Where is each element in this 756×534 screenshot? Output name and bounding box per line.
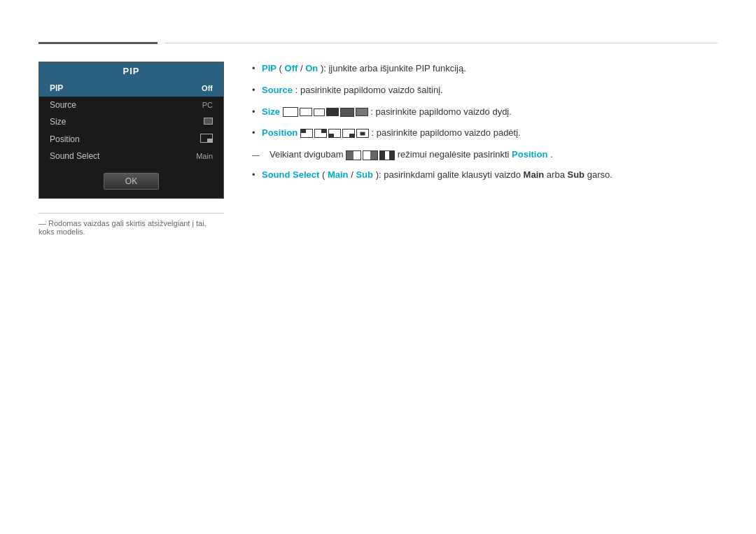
divider-line [164, 43, 718, 43]
desc-size: Size : pasirinkite papildomo vaizdo dydį… [252, 105, 718, 120]
ok-button[interactable]: OK [104, 173, 159, 190]
source-label: Source [262, 85, 293, 95]
main-content: PIP PIP Off Source PC Size [38, 62, 718, 236]
desc-position-note: Veikiant dvigubam režimui negalėsite pas… [252, 148, 718, 162]
sound-item-value: Main [196, 152, 213, 160]
position-note-mid: režimui negalėsite pasirinkti [398, 149, 512, 160]
sound-main-bold: Main [524, 169, 545, 180]
bottom-note-text: ― Rodomas vaizdas gali skirtis atsižvelg… [38, 219, 206, 236]
size-label: Size [262, 106, 280, 117]
description-area: PIP ( Off / On ): įjunkite arba išjunkit… [252, 62, 718, 236]
pip-off: Off [285, 63, 298, 73]
desc-position: Position : pasirinkite papildomo vaizdo … [252, 126, 718, 141]
position-note-prefix: Veikiant dvigubam [270, 149, 346, 160]
pip-menu-item-size[interactable]: Size [39, 113, 223, 130]
pip-section: PIP PIP Off Source PC Size [38, 62, 224, 236]
size-icon-6 [356, 108, 368, 116]
size-icon-1 [283, 107, 298, 117]
pos-icon-bl [328, 129, 341, 138]
divider-accent [38, 42, 158, 44]
desc-sound: Sound Select ( Main / Sub ): pasirinkdam… [252, 168, 718, 183]
desc-pip: PIP ( Off / On ): įjunkite arba išjunkit… [252, 62, 718, 76]
size-item-value [204, 118, 213, 126]
source-text: : pasirinkite papildomo vaizdo šaltinį. [295, 85, 443, 95]
sound-item-label: Sound Select [50, 151, 99, 161]
size-icon-5 [340, 108, 354, 117]
pip-title: PIP [39, 62, 223, 80]
pip-menu-item-pip[interactable]: PIP Off [39, 80, 223, 97]
pip-item-label: PIP [50, 83, 63, 93]
sound-sub-bold: Sub [568, 169, 585, 180]
position-icon [200, 134, 213, 143]
pip-on: On [305, 63, 318, 73]
dv-icon-3 [379, 150, 395, 160]
dv-icon-1 [346, 150, 361, 160]
pip-item-value: Off [202, 84, 213, 92]
pos-icons-row [300, 129, 369, 138]
pip-text: ): įjunkite arba išjunkite PIP funkciją. [321, 63, 466, 73]
size-icon [204, 118, 213, 125]
pip-paren-open: ( [279, 63, 282, 73]
desc-list: PIP ( Off / On ): įjunkite arba išjunkit… [252, 62, 718, 183]
sound-text1: ): pasirinkdami galite klausyti vaizdo [376, 169, 524, 180]
pos-icon-tr [314, 129, 327, 138]
source-item-label: Source [50, 100, 76, 110]
pip-menu-item-source[interactable]: Source PC [39, 97, 223, 113]
position-label: Position [262, 127, 298, 138]
size-text: : pasirinkite papildomo vaizdo dydį. [370, 106, 512, 117]
source-item-value: PC [202, 101, 213, 109]
page-container: PIP PIP Off Source PC Size [0, 0, 756, 264]
size-icons-row [283, 107, 368, 117]
sound-label: Sound Select [262, 169, 319, 180]
position-item-value [200, 134, 213, 144]
sound-paren-open: ( [322, 169, 325, 180]
position-note-end: . [550, 149, 553, 160]
position-note-keyword: Position [512, 149, 547, 160]
size-icon-2 [300, 108, 312, 116]
dv-icon-2 [363, 150, 378, 160]
sound-text3: garso. [587, 169, 612, 180]
pos-icon-br [342, 129, 355, 138]
position-item-label: Position [50, 134, 80, 144]
sound-main: Main [328, 169, 349, 180]
ok-container: OK [39, 164, 223, 198]
pip-menu-item-position[interactable]: Position [39, 130, 223, 148]
pos-icon-tl [300, 129, 313, 138]
size-icon-3 [314, 108, 325, 116]
pip-menu-item-sound[interactable]: Sound Select Main [39, 148, 223, 164]
top-divider [38, 42, 718, 44]
sound-text2: arba [547, 169, 568, 180]
bottom-note: ― Rodomas vaizdas gali skirtis atsižvelg… [38, 213, 224, 236]
dv-icons-row [346, 150, 395, 160]
desc-source: Source : pasirinkite papildomo vaizdo ša… [252, 83, 718, 98]
size-item-label: Size [50, 117, 66, 127]
pip-box: PIP PIP Off Source PC Size [38, 62, 224, 199]
pip-label: PIP [262, 63, 276, 73]
position-text: : pasirinkite papildomo vaizdo padėtį. [372, 127, 521, 138]
size-icon-4 [326, 108, 339, 116]
pos-icon-c [356, 129, 369, 138]
sound-sub: Sub [356, 169, 373, 180]
